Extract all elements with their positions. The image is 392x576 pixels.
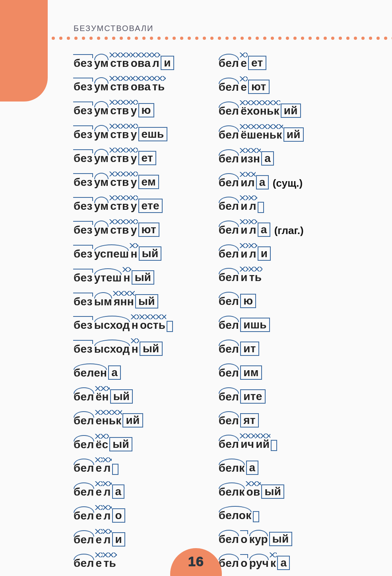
morph-root: кур (248, 532, 269, 546)
word-row: белка (218, 461, 304, 475)
morph-root: белок (218, 508, 252, 522)
morph-root: ум (93, 56, 110, 70)
morph-root: бел (218, 152, 240, 166)
morph-suffix: н (130, 247, 138, 261)
word-row: белела (73, 484, 174, 499)
morph-root: ум (93, 223, 110, 237)
morph-ending (112, 464, 118, 475)
morph-root: бел (218, 128, 240, 142)
morph-ending: а (112, 484, 125, 499)
morph-ending: ешь (138, 127, 167, 141)
word-row: беличий (218, 437, 304, 451)
morph-root: белен (73, 366, 108, 380)
morph-ending: ете (138, 199, 163, 213)
word-row: белели (73, 532, 174, 547)
side-tab (0, 0, 48, 102)
morph-ending: ишь (240, 318, 270, 332)
morph-root: бел (218, 247, 240, 261)
morph-root: бел (73, 461, 95, 475)
morph-root: ум (93, 175, 110, 189)
word: белок (218, 508, 259, 522)
word-row: белила(сущ.) (218, 175, 304, 189)
word-row: белили (218, 246, 304, 261)
word: белите (218, 389, 266, 404)
morph-prefix: без (73, 56, 93, 70)
morph-prefix: без (73, 295, 93, 309)
word: белела (73, 484, 124, 499)
word-row: белеет (218, 56, 304, 70)
morph-ending: ий (283, 127, 304, 142)
morph-root: бел (218, 532, 240, 546)
morph-suffix: и (240, 199, 248, 213)
morph-ending: ый (139, 246, 162, 261)
word-annotation: (глаг.) (274, 225, 304, 237)
morph-suffix: у (130, 223, 138, 237)
morph-suffix: еньк (95, 414, 122, 428)
morph-root: бел (73, 533, 95, 547)
word: безумствую (73, 103, 154, 117)
morph-root: ум (93, 80, 110, 94)
word-annotation: (сущ.) (273, 177, 303, 189)
word-row: безумствуете (73, 199, 174, 213)
morph-root: бел (218, 199, 240, 213)
morph-prefix: без (73, 318, 93, 332)
word: белим (218, 365, 262, 380)
morph-suffix: н (131, 342, 139, 356)
word-row: белёхонький (218, 103, 304, 118)
word-row: безуспешный (73, 246, 174, 261)
morph-root: бел (218, 342, 240, 356)
word-row: белизна (218, 151, 304, 166)
word: безумствуют (73, 223, 159, 237)
morph-ending: а (108, 365, 121, 380)
word: безумствуем (73, 175, 159, 189)
morph-suffix: ий (255, 437, 270, 451)
morph-ending: им (240, 365, 262, 380)
morph-root: утеш (93, 271, 123, 285)
morph-suffix: е (95, 485, 103, 499)
morph-ending (167, 321, 173, 332)
word: безысходность (73, 318, 173, 332)
morph-ending: ий (281, 103, 301, 118)
morph-suffix: ова (130, 56, 151, 70)
morph-ending (258, 202, 264, 213)
morph-ending: ите (240, 389, 265, 404)
word: безуспешный (73, 246, 161, 261)
morph-ending: ем (138, 175, 159, 189)
morph-ending: ю (138, 103, 154, 117)
morph-suffix: янн (113, 295, 135, 309)
morph-suffix: е (95, 509, 103, 523)
morph-suffix: ич (240, 437, 255, 451)
word-row: белело (73, 508, 174, 523)
morph-suffix: е (95, 533, 103, 547)
morph-ending: ый (132, 270, 155, 285)
morph-suffix: у (130, 199, 138, 213)
morph-root: бел (73, 485, 95, 499)
morph-suffix: ть (248, 270, 263, 284)
morph-suffix: ств (109, 80, 130, 94)
morph-prefix: о (240, 532, 248, 546)
morph-suffix: у (130, 127, 138, 141)
word: белеть (73, 556, 117, 570)
morph-prefix: без (73, 247, 93, 261)
word-row: белите (218, 389, 304, 404)
morph-root: бел (218, 56, 240, 70)
morph-suffix: и (240, 247, 248, 261)
morph-prefix: без (73, 199, 93, 213)
word: белила (218, 223, 270, 237)
morph-root: ум (93, 127, 110, 141)
word-row: безумствовать (73, 80, 174, 94)
morph-root: белк (218, 485, 246, 499)
word-row: белить (218, 270, 304, 284)
word-row: белковый (218, 484, 304, 499)
word: белковый (218, 484, 285, 499)
word: белокурый (218, 532, 292, 546)
word-row: безумствует (73, 151, 174, 165)
morph-suffix: ов (246, 485, 261, 499)
morph-ending: и (161, 56, 174, 70)
morph-ending (271, 440, 277, 451)
word-row: безумствовали (73, 56, 174, 70)
word-row: белёсый (73, 437, 174, 451)
morph-suffix: е (240, 80, 248, 94)
morph-suffix: ён (95, 390, 110, 404)
morph-suffix: л (248, 247, 257, 261)
